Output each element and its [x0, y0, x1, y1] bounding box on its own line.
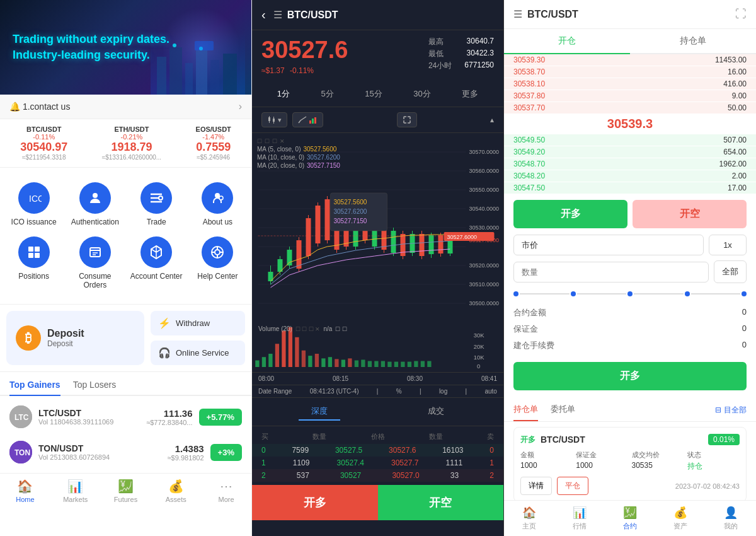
- ticker-btc[interactable]: BTC/USDT -0.11% 30540.97 ≈$211954.3318: [20, 125, 67, 161]
- short-button[interactable]: 开空: [633, 200, 747, 228]
- right-title: BTC/USDT: [527, 9, 578, 20]
- tab-trades[interactable]: 成交: [415, 403, 457, 421]
- chart-toolbar: ▾ ▴: [252, 107, 503, 133]
- icon-auth[interactable]: Authentication: [64, 177, 125, 231]
- tab-30min[interactable]: 30分: [408, 86, 435, 102]
- qty-row: 全部: [513, 260, 747, 283]
- volume-label: Volume (20) ☐ ☐ ☐ ✕ n/a ☐ ☐: [258, 325, 353, 332]
- qty-input[interactable]: [513, 262, 709, 283]
- buy-long-button[interactable]: 开多: [252, 485, 378, 520]
- tab-top-gainers[interactable]: Top Gainers: [9, 380, 60, 396]
- tab-1min[interactable]: 1分: [272, 86, 295, 102]
- svg-rect-114: [302, 351, 306, 367]
- nav-home[interactable]: 🏠 Home: [0, 474, 50, 508]
- deposit-sub: Deposit: [47, 339, 84, 348]
- nav-futures[interactable]: 💹 Futures: [101, 474, 151, 508]
- orderbook-buy: 30549.50 507.00 30549.20 654.00 30548.70…: [504, 134, 756, 194]
- icon-consume[interactable]: Consume Orders: [64, 231, 125, 294]
- ltc-icon: LTC: [9, 405, 32, 428]
- rnav-mine[interactable]: 👤 我的: [706, 501, 756, 536]
- list-item[interactable]: LTC LTC/USDT Vol 11804638.39111069 111.3…: [0, 399, 251, 434]
- tab-open[interactable]: 开仓: [504, 29, 630, 54]
- svg-rect-111: [282, 330, 285, 367]
- long-button[interactable]: 开多: [513, 200, 627, 228]
- nav-assets[interactable]: 💰 Assets: [151, 474, 201, 508]
- rnav-markets[interactable]: 📊 行情: [554, 501, 605, 536]
- icon-help[interactable]: Help Center: [187, 231, 248, 294]
- open-close-tabs: 开仓 持仓单: [504, 29, 756, 54]
- position-detail-button[interactable]: 详情: [520, 477, 552, 495]
- svg-rect-58: [297, 240, 302, 269]
- all-button[interactable]: 全部: [714, 260, 747, 283]
- sell-short-button[interactable]: 开空: [378, 485, 504, 520]
- rnav-futures[interactable]: 💹 合约: [605, 501, 655, 536]
- svg-rect-122: [355, 361, 358, 368]
- depth-header: 买 数量 价格 数量 卖: [252, 429, 503, 444]
- svg-rect-4: [210, 60, 219, 95]
- svg-rect-16: [35, 247, 40, 252]
- expand-btn[interactable]: [397, 112, 417, 127]
- tab-15min[interactable]: 15分: [360, 86, 387, 102]
- bitcoin-icon: ₿: [16, 325, 41, 351]
- contact-bar[interactable]: 🔔 1.contact us ›: [0, 95, 251, 119]
- svg-text:10K: 10K: [474, 354, 484, 361]
- icon-trade[interactable]: Trade: [126, 177, 187, 231]
- buy-sell-buttons: 开多 开空: [504, 194, 756, 235]
- slider-dot-3: [627, 291, 633, 296]
- list-item[interactable]: TON TON/USDT Vol 2513083.60726894 1.4383…: [0, 434, 251, 470]
- settings-icon[interactable]: ⛶: [735, 8, 747, 21]
- svg-rect-88: [438, 235, 444, 253]
- svg-rect-123: [361, 359, 365, 367]
- slider-dot-4: [685, 291, 690, 296]
- slider-dot-5: [742, 291, 747, 296]
- indicators-btn[interactable]: [292, 112, 323, 127]
- tab-positions[interactable]: 持仓单: [513, 399, 538, 421]
- icon-ico[interactable]: ICO ICO issuance: [3, 177, 64, 231]
- collapse-btn[interactable]: ▴: [490, 115, 494, 124]
- slider-handle[interactable]: [513, 291, 518, 296]
- svg-rect-109: [268, 354, 272, 367]
- tab-hold[interactable]: 持仓单: [630, 29, 756, 53]
- tab-more[interactable]: 更多: [457, 86, 483, 102]
- ob-row-sell: 30537.80 9.00: [504, 90, 756, 102]
- ticker-eos[interactable]: EOS/USDT -1.47% 0.7559 ≈$5.245946: [196, 125, 231, 161]
- home-icon-right: 🏠: [522, 506, 536, 520]
- rnav-assets[interactable]: 💰 资产: [655, 501, 706, 536]
- online-service-btn[interactable]: 🎧 Online Service: [151, 341, 245, 365]
- tab-5min[interactable]: 5分: [316, 86, 339, 102]
- markets-icon: 📊: [67, 479, 83, 494]
- icon-positions[interactable]: Positions: [3, 231, 64, 294]
- withdraw-btn[interactable]: ⚡ Withdraw: [151, 311, 245, 335]
- candle-type-btn[interactable]: ▾: [261, 112, 287, 127]
- tab-orders[interactable]: 委托单: [551, 399, 575, 421]
- price-type-row: [513, 235, 747, 255]
- action-long-button[interactable]: 开多: [513, 362, 747, 390]
- assets-icon: 💰: [168, 479, 184, 494]
- svg-rect-112: [289, 327, 292, 367]
- position-tabs: 持仓单 委托单 ⊟ 目全部: [504, 399, 756, 422]
- multiplier-input[interactable]: [709, 235, 747, 255]
- tab-depth[interactable]: 深度: [299, 403, 340, 421]
- banner: Trading without expiry dates. Industry-l…: [0, 0, 251, 95]
- back-button[interactable]: ‹: [261, 8, 266, 22]
- svg-rect-60: [306, 218, 311, 256]
- deposit-box[interactable]: ₿ Deposit Deposit: [6, 311, 144, 365]
- ton-icon: TON: [9, 441, 32, 463]
- svg-rect-130: [408, 362, 411, 367]
- rnav-home[interactable]: 🏠 主页: [504, 501, 554, 536]
- svg-rect-127: [387, 362, 391, 367]
- home-icon: 🏠: [17, 479, 33, 494]
- all-positions-btn[interactable]: ⊟ 目全部: [715, 399, 747, 421]
- price-type-input[interactable]: [513, 235, 704, 255]
- nav-markets[interactable]: 📊 Markets: [50, 474, 101, 508]
- icon-account[interactable]: Account Center: [126, 231, 187, 294]
- tab-top-losers[interactable]: Top Losers: [73, 380, 116, 396]
- nav-more[interactable]: ⋯ More: [201, 474, 251, 508]
- ticker-eth[interactable]: ETH/USDT -0.21% 1918.79 ≈$13316.40260000…: [102, 125, 161, 161]
- position-close-button[interactable]: 平仓: [557, 477, 588, 495]
- depth-tabs: 深度 成交: [252, 398, 503, 426]
- icon-about[interactable]: + About us: [187, 177, 248, 231]
- svg-rect-116: [315, 354, 319, 367]
- left-panel: Trading without expiry dates. Industry-l…: [0, 0, 252, 536]
- svg-rect-64: [325, 199, 330, 240]
